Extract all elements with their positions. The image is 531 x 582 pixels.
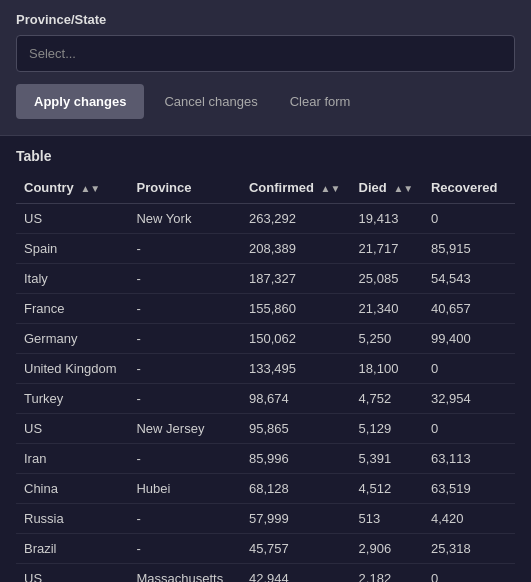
cell-recovered: 0 bbox=[423, 414, 515, 444]
cell-province: - bbox=[128, 384, 240, 414]
cell-country: Spain bbox=[16, 234, 128, 264]
cell-died: 21,340 bbox=[351, 294, 423, 324]
cell-country: US bbox=[16, 414, 128, 444]
cell-died: 2,182 bbox=[351, 564, 423, 583]
cell-country: China bbox=[16, 474, 128, 504]
cell-recovered: 63,519 bbox=[423, 474, 515, 504]
cell-recovered: 0 bbox=[423, 354, 515, 384]
cell-recovered: 0 bbox=[423, 564, 515, 583]
apply-button[interactable]: Apply changes bbox=[16, 84, 144, 119]
table-row: Brazil - 45,757 2,906 25,318 bbox=[16, 534, 515, 564]
table-row: France - 155,860 21,340 40,657 bbox=[16, 294, 515, 324]
cell-recovered: 54,543 bbox=[423, 264, 515, 294]
table-row: US Massachusetts 42,944 2,182 0 bbox=[16, 564, 515, 583]
died-sort-icon: ▲▼ bbox=[393, 183, 413, 194]
cell-province: - bbox=[128, 504, 240, 534]
cell-province: - bbox=[128, 294, 240, 324]
table-row: Italy - 187,327 25,085 54,543 bbox=[16, 264, 515, 294]
cell-died: 4,512 bbox=[351, 474, 423, 504]
cell-confirmed: 155,860 bbox=[241, 294, 351, 324]
top-section: Province/State Select... Apply changes C… bbox=[0, 0, 531, 136]
col-header-died[interactable]: Died ▲▼ bbox=[351, 174, 423, 204]
cell-confirmed: 133,495 bbox=[241, 354, 351, 384]
cell-province: Massachusetts bbox=[128, 564, 240, 583]
cancel-button[interactable]: Cancel changes bbox=[152, 84, 269, 119]
cell-country: Brazil bbox=[16, 534, 128, 564]
cell-country: Iran bbox=[16, 444, 128, 474]
cell-country: Russia bbox=[16, 504, 128, 534]
table-row: Russia - 57,999 513 4,420 bbox=[16, 504, 515, 534]
data-table: Country ▲▼ Province Confirmed ▲▼ Died ▲▼… bbox=[16, 174, 515, 582]
cell-province: - bbox=[128, 234, 240, 264]
cell-recovered: 40,657 bbox=[423, 294, 515, 324]
table-row: US New Jersey 95,865 5,129 0 bbox=[16, 414, 515, 444]
table-row: China Hubei 68,128 4,512 63,519 bbox=[16, 474, 515, 504]
country-sort-icon: ▲▼ bbox=[80, 183, 100, 194]
cell-confirmed: 45,757 bbox=[241, 534, 351, 564]
cell-country: Italy bbox=[16, 264, 128, 294]
cell-died: 19,413 bbox=[351, 204, 423, 234]
cell-country: France bbox=[16, 294, 128, 324]
cell-province: - bbox=[128, 324, 240, 354]
cell-died: 2,906 bbox=[351, 534, 423, 564]
cell-country: Turkey bbox=[16, 384, 128, 414]
cell-recovered: 63,113 bbox=[423, 444, 515, 474]
cell-died: 5,250 bbox=[351, 324, 423, 354]
table-header-row: Country ▲▼ Province Confirmed ▲▼ Died ▲▼… bbox=[16, 174, 515, 204]
cell-recovered: 4,420 bbox=[423, 504, 515, 534]
table-label: Table bbox=[16, 148, 515, 164]
button-row: Apply changes Cancel changes Clear form bbox=[16, 84, 515, 119]
cell-recovered: 25,318 bbox=[423, 534, 515, 564]
cell-died: 513 bbox=[351, 504, 423, 534]
cell-confirmed: 42,944 bbox=[241, 564, 351, 583]
col-header-confirmed[interactable]: Confirmed ▲▼ bbox=[241, 174, 351, 204]
cell-country: US bbox=[16, 564, 128, 583]
table-row: Turkey - 98,674 4,752 32,954 bbox=[16, 384, 515, 414]
cell-province: New York bbox=[128, 204, 240, 234]
cell-country: United Kingdom bbox=[16, 354, 128, 384]
cell-confirmed: 95,865 bbox=[241, 414, 351, 444]
table-section: Table Country ▲▼ Province Confirmed ▲▼ D… bbox=[0, 136, 531, 582]
clear-button[interactable]: Clear form bbox=[278, 84, 363, 119]
cell-confirmed: 150,062 bbox=[241, 324, 351, 354]
table-row: Spain - 208,389 21,717 85,915 bbox=[16, 234, 515, 264]
cell-died: 5,129 bbox=[351, 414, 423, 444]
table-body: US New York 263,292 19,413 0 Spain - 208… bbox=[16, 204, 515, 583]
cell-province: - bbox=[128, 264, 240, 294]
confirmed-sort-icon: ▲▼ bbox=[321, 183, 341, 194]
cell-confirmed: 98,674 bbox=[241, 384, 351, 414]
cell-died: 18,100 bbox=[351, 354, 423, 384]
cell-recovered: 99,400 bbox=[423, 324, 515, 354]
cell-confirmed: 85,996 bbox=[241, 444, 351, 474]
cell-died: 25,085 bbox=[351, 264, 423, 294]
province-label: Province/State bbox=[16, 12, 515, 27]
cell-confirmed: 57,999 bbox=[241, 504, 351, 534]
cell-recovered: 32,954 bbox=[423, 384, 515, 414]
cell-province: New Jersey bbox=[128, 414, 240, 444]
table-row: Iran - 85,996 5,391 63,113 bbox=[16, 444, 515, 474]
province-select[interactable]: Select... bbox=[16, 35, 515, 72]
cell-confirmed: 187,327 bbox=[241, 264, 351, 294]
table-row: United Kingdom - 133,495 18,100 0 bbox=[16, 354, 515, 384]
cell-confirmed: 208,389 bbox=[241, 234, 351, 264]
cell-confirmed: 68,128 bbox=[241, 474, 351, 504]
cell-province: Hubei bbox=[128, 474, 240, 504]
col-header-recovered: Recovered bbox=[423, 174, 515, 204]
col-header-country[interactable]: Country ▲▼ bbox=[16, 174, 128, 204]
cell-recovered: 0 bbox=[423, 204, 515, 234]
cell-province: - bbox=[128, 534, 240, 564]
cell-country: Germany bbox=[16, 324, 128, 354]
table-row: US New York 263,292 19,413 0 bbox=[16, 204, 515, 234]
cell-province: - bbox=[128, 444, 240, 474]
cell-province: - bbox=[128, 354, 240, 384]
cell-country: US bbox=[16, 204, 128, 234]
cell-confirmed: 263,292 bbox=[241, 204, 351, 234]
cell-died: 21,717 bbox=[351, 234, 423, 264]
col-header-province: Province bbox=[128, 174, 240, 204]
cell-died: 5,391 bbox=[351, 444, 423, 474]
cell-died: 4,752 bbox=[351, 384, 423, 414]
cell-recovered: 85,915 bbox=[423, 234, 515, 264]
table-row: Germany - 150,062 5,250 99,400 bbox=[16, 324, 515, 354]
